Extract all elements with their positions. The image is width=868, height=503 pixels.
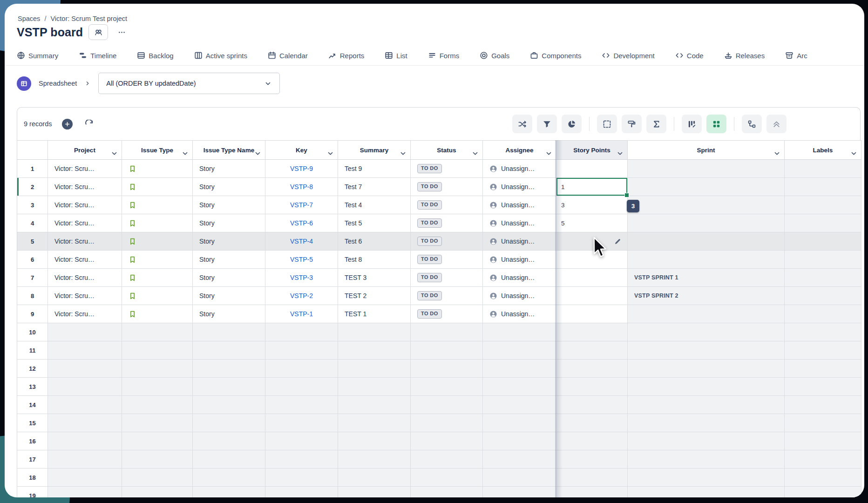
row-number[interactable]: 1 xyxy=(17,160,48,178)
tab-development[interactable]: Development xyxy=(602,50,654,61)
cell-summary[interactable]: TEST 3 xyxy=(338,269,411,287)
empty-cell[interactable] xyxy=(785,323,861,341)
empty-cell[interactable] xyxy=(338,469,411,487)
cell-status[interactable]: TO DO xyxy=(411,251,483,269)
cell-project[interactable]: Victor: Scru… xyxy=(48,305,122,323)
more-options-button[interactable] xyxy=(114,25,129,39)
column-header-sprint[interactable]: Sprint xyxy=(628,140,785,160)
cell-sprint[interactable] xyxy=(628,214,785,232)
row-number[interactable]: 13 xyxy=(17,378,48,396)
cell-sprint[interactable]: VSTP SPRINT 2 xyxy=(628,287,785,305)
tab-summary[interactable]: Summary xyxy=(17,50,58,61)
breadcrumb-project[interactable]: Victor: Scrum Test project xyxy=(50,15,127,22)
empty-cell[interactable] xyxy=(338,414,411,432)
cell-status[interactable]: TO DO xyxy=(411,160,483,178)
row-number[interactable]: 14 xyxy=(17,396,48,414)
cell-labels[interactable] xyxy=(785,305,861,323)
cell-assignee[interactable]: Unassign… xyxy=(483,196,556,214)
empty-cell[interactable] xyxy=(48,487,122,497)
cell-key[interactable]: VSTP-7 xyxy=(265,196,338,214)
collapse-rows-button[interactable] xyxy=(766,115,787,133)
cell-key[interactable]: VSTP-2 xyxy=(265,287,338,305)
issue-key-link[interactable]: VSTP-2 xyxy=(290,292,313,299)
empty-cell[interactable] xyxy=(483,360,556,378)
empty-cell[interactable] xyxy=(628,396,785,414)
cell-assignee[interactable]: Unassign… xyxy=(483,305,556,323)
tab-reports[interactable]: Reports xyxy=(328,50,365,61)
status-badge[interactable]: TO DO xyxy=(417,291,442,300)
empty-cell[interactable] xyxy=(483,432,556,450)
empty-cell[interactable] xyxy=(193,360,265,378)
empty-cell[interactable] xyxy=(483,378,556,396)
empty-cell[interactable] xyxy=(411,414,483,432)
status-badge[interactable]: TO DO xyxy=(417,273,442,282)
column-header-issue_type[interactable]: Issue Type xyxy=(122,140,193,160)
tab-code[interactable]: Code xyxy=(675,50,704,61)
empty-cell[interactable] xyxy=(785,487,861,497)
tab-releases[interactable]: Releases xyxy=(724,50,765,61)
format-paint-button[interactable] xyxy=(622,115,642,133)
issue-key-link[interactable]: VSTP-8 xyxy=(290,183,313,190)
cell-assignee[interactable]: Unassign… xyxy=(483,269,556,287)
view-selector-dropdown[interactable]: All (ORDER BY updatedDate) xyxy=(98,73,280,94)
empty-cell[interactable] xyxy=(483,341,556,360)
cell-assignee[interactable]: Unassign… xyxy=(483,178,556,196)
cell-key[interactable]: VSTP-4 xyxy=(265,232,338,251)
empty-cell[interactable] xyxy=(48,323,122,341)
empty-cell[interactable] xyxy=(265,341,338,360)
empty-cell[interactable] xyxy=(411,450,483,469)
hierarchy-button[interactable] xyxy=(742,115,762,133)
empty-cell[interactable] xyxy=(193,469,265,487)
cell-issue-type[interactable] xyxy=(122,178,193,196)
cell-summary[interactable]: Test 8 xyxy=(338,251,411,269)
status-badge[interactable]: TO DO xyxy=(417,255,442,264)
cell-summary[interactable]: TEST 2 xyxy=(338,287,411,305)
empty-cell[interactable] xyxy=(193,323,265,341)
cell-status[interactable]: TO DO xyxy=(411,196,483,214)
row-number[interactable]: 9 xyxy=(17,305,48,323)
empty-cell[interactable] xyxy=(122,450,193,469)
empty-cell[interactable] xyxy=(556,323,628,341)
cell-labels[interactable] xyxy=(785,232,861,251)
empty-cell[interactable] xyxy=(48,469,122,487)
empty-cell[interactable] xyxy=(628,360,785,378)
empty-cell[interactable] xyxy=(411,487,483,497)
cell-summary[interactable]: Test 9 xyxy=(338,160,411,178)
empty-cell[interactable] xyxy=(122,341,193,360)
cell-status[interactable]: TO DO xyxy=(411,178,483,196)
column-header-status[interactable]: Status xyxy=(411,140,483,160)
empty-cell[interactable] xyxy=(338,450,411,469)
cell-issue-type-name[interactable]: Story xyxy=(193,251,265,269)
cell-status[interactable]: TO DO xyxy=(411,232,483,251)
cell-story-points[interactable]: 1 xyxy=(556,178,628,196)
cell-issue-type[interactable] xyxy=(122,214,193,232)
empty-cell[interactable] xyxy=(556,432,628,450)
empty-cell[interactable] xyxy=(411,360,483,378)
shuffle-button[interactable] xyxy=(512,115,532,133)
empty-cell[interactable] xyxy=(628,378,785,396)
empty-cell[interactable] xyxy=(265,360,338,378)
empty-cell[interactable] xyxy=(483,469,556,487)
empty-cell[interactable] xyxy=(411,378,483,396)
cell-story-points[interactable] xyxy=(556,305,628,323)
empty-cell[interactable] xyxy=(265,487,338,497)
empty-cell[interactable] xyxy=(785,341,861,360)
tool-name[interactable]: Spreadsheet xyxy=(39,80,77,87)
cell-issue-type[interactable] xyxy=(122,160,193,178)
tab-timeline[interactable]: Timeline xyxy=(79,50,116,61)
cell-issue-type-name[interactable]: Story xyxy=(193,160,265,178)
cell-story-points[interactable]: 3 xyxy=(556,196,628,214)
empty-cell[interactable] xyxy=(556,450,628,469)
tab-archive[interactable]: Arc xyxy=(785,50,807,61)
empty-cell[interactable] xyxy=(265,469,338,487)
empty-cell[interactable] xyxy=(785,396,861,414)
cell-sprint[interactable]: VSTP SPRINT 1 xyxy=(628,269,785,287)
empty-cell[interactable] xyxy=(556,469,628,487)
empty-cell[interactable] xyxy=(628,450,785,469)
column-header-story_points[interactable]: Story Points xyxy=(556,140,628,160)
empty-cell[interactable] xyxy=(785,432,861,450)
empty-cell[interactable] xyxy=(411,341,483,360)
cell-labels[interactable] xyxy=(785,287,861,305)
empty-cell[interactable] xyxy=(48,396,122,414)
empty-cell[interactable] xyxy=(628,487,785,497)
